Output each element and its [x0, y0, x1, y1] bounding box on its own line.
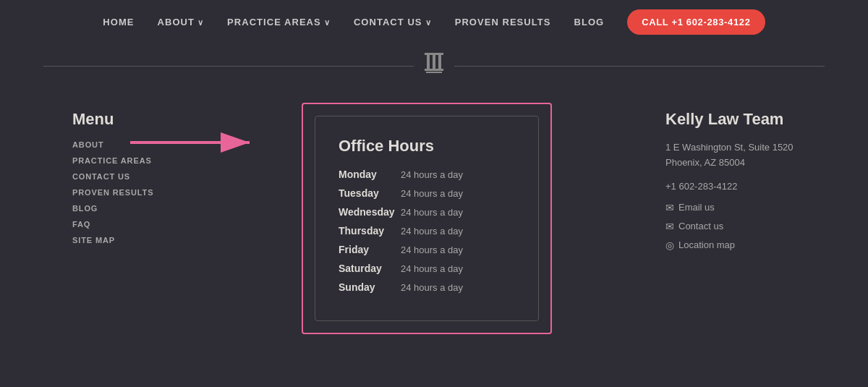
svg-rect-2 — [438, 54, 441, 69]
hours-row-wednesday: Wednesday 24 hours a day — [339, 206, 515, 218]
email-icon: ✉ — [665, 202, 674, 213]
menu-link-faq[interactable]: FAQ — [72, 220, 188, 229]
menu-title: Menu — [72, 110, 188, 129]
day-wednesday: Wednesday — [339, 206, 396, 218]
time-friday: 24 hours a day — [401, 244, 463, 255]
menu-link-contact[interactable]: CONTACT US — [72, 172, 188, 181]
time-monday: 24 hours a day — [401, 169, 463, 180]
office-hours-title: Office Hours — [339, 137, 515, 156]
location-map-label: Location map — [678, 239, 735, 250]
time-saturday: 24 hours a day — [401, 263, 463, 274]
day-friday: Friday — [339, 244, 396, 255]
nav-item-results[interactable]: PROVEN RESULTS — [455, 17, 551, 27]
email-us-label: Email us — [678, 202, 715, 213]
contact-us-label: Contact us — [678, 221, 723, 231]
hours-row-friday: Friday 24 hours a day — [339, 244, 515, 255]
day-sunday: Sunday — [339, 281, 396, 293]
nav-item-about[interactable]: ABOUT — [158, 17, 205, 27]
contact-us-link[interactable]: ✉ Contact us — [665, 221, 810, 232]
divider-left — [43, 66, 414, 67]
nav-item-blog[interactable]: BLOG — [574, 17, 604, 27]
email-us-link[interactable]: ✉ Email us — [665, 202, 810, 213]
office-hours-box: Office Hours Monday 24 hours a day Tuesd… — [315, 116, 539, 321]
kelly-law-title: Kelly Law Team — [665, 110, 810, 129]
hours-row-monday: Monday 24 hours a day — [339, 169, 515, 180]
contact-icon: ✉ — [665, 221, 674, 232]
day-thursday: Thursday — [339, 225, 396, 237]
divider-right — [454, 66, 825, 67]
call-cta-button[interactable]: CALL +1 602-283-4122 — [627, 9, 765, 35]
location-icon: ◎ — [665, 239, 674, 251]
menu-section: Menu ABOUT PRACTICE AREAS CONTACT US PRO… — [72, 103, 188, 252]
menu-link-blog[interactable]: BLOG — [72, 204, 188, 213]
svg-rect-4 — [425, 53, 443, 55]
navbar: HOME ABOUT PRACTICE AREAS CONTACT US PRO… — [0, 0, 868, 44]
day-monday: Monday — [339, 169, 396, 180]
pillar-icon — [422, 51, 446, 81]
hours-row-thursday: Thursday 24 hours a day — [339, 225, 515, 237]
menu-link-results[interactable]: PROVEN RESULTS — [72, 188, 188, 197]
kelly-law-section: Kelly Law Team 1 E Washington St, Suite … — [665, 103, 810, 258]
time-sunday: 24 hours a day — [401, 282, 463, 293]
nav-item-practice[interactable]: PRACTICE AREAS — [227, 17, 331, 27]
kelly-law-address: 1 E Washington St, Suite 1520 Phoenix, A… — [665, 140, 810, 171]
divider-section — [0, 44, 868, 88]
time-tuesday: 24 hours a day — [401, 188, 463, 199]
nav-item-contact[interactable]: CONTACT US — [354, 17, 432, 27]
menu-link-sitemap[interactable]: SITE MAP — [72, 236, 188, 244]
hours-row-saturday: Saturday 24 hours a day — [339, 263, 515, 274]
location-map-link[interactable]: ◎ Location map — [665, 239, 810, 251]
time-thursday: 24 hours a day — [401, 226, 463, 237]
office-hours-wrapper: Office Hours Monday 24 hours a day Tuesd… — [302, 103, 552, 334]
hours-row-sunday: Sunday 24 hours a day — [339, 281, 515, 293]
time-wednesday: 24 hours a day — [401, 207, 463, 218]
hours-row-tuesday: Tuesday 24 hours a day — [339, 187, 515, 199]
svg-rect-3 — [425, 69, 443, 71]
main-content: Menu ABOUT PRACTICE AREAS CONTACT US PRO… — [0, 88, 868, 349]
svg-rect-5 — [426, 72, 442, 73]
svg-rect-0 — [427, 54, 430, 69]
day-tuesday: Tuesday — [339, 187, 396, 199]
day-saturday: Saturday — [339, 263, 396, 274]
svg-rect-1 — [433, 54, 435, 69]
menu-link-practice[interactable]: PRACTICE AREAS — [72, 156, 188, 165]
arrow-container — [130, 132, 260, 156]
kelly-law-phone: +1 602-283-4122 — [665, 181, 810, 192]
nav-item-home[interactable]: HOME — [103, 17, 134, 27]
